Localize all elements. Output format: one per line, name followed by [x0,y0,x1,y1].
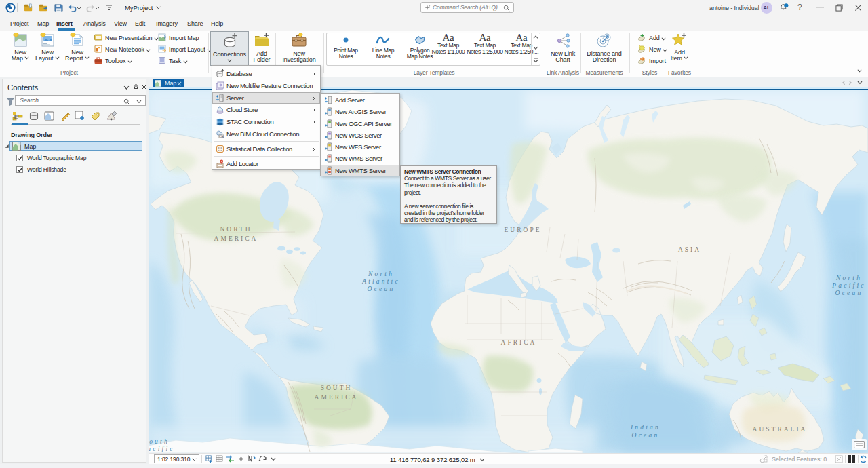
svg-text:South: South [149,438,170,445]
svg-text:AMERICA: AMERICA [315,394,359,401]
svg-text:North: North [368,271,394,277]
svg-text:Pacific: Pacific [149,446,175,452]
svg-text:Ocean: Ocean [368,286,395,292]
svg-text:North: North [835,275,862,281]
svg-text:SOUTH: SOUTH [321,385,353,391]
svg-text:Indian: Indian [630,424,660,431]
svg-text:Atlantic: Atlantic [361,278,400,285]
svg-text:Ocean: Ocean [632,432,660,439]
svg-text:AMERICA: AMERICA [214,235,258,242]
svg-text:ASIA: ASIA [678,246,701,253]
svg-text:NORTH: NORTH [220,226,252,233]
svg-text:Pacific: Pacific [831,282,865,289]
svg-text:AUSTRALIA: AUSTRALIA [753,426,808,433]
svg-text:AFRICA: AFRICA [501,339,537,346]
svg-text:EUROPE: EUROPE [505,227,542,233]
svg-text:Ocean: Ocean [835,290,863,296]
